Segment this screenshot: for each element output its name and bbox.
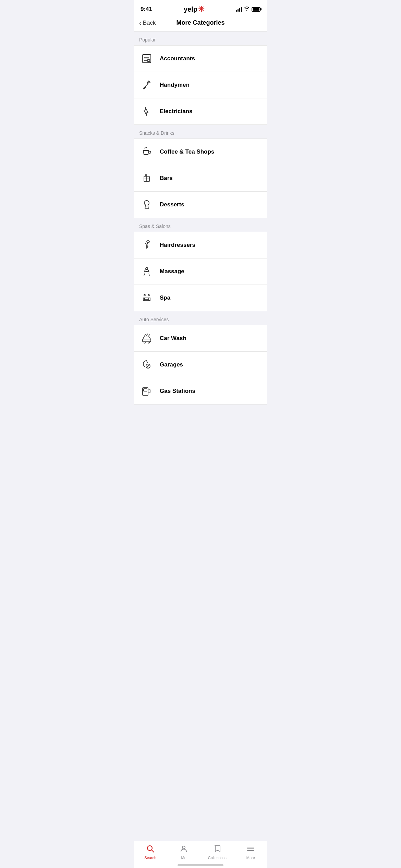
- list-item-electricians[interactable]: Electricians: [134, 98, 267, 124]
- desserts-icon: [139, 197, 154, 212]
- spas-list: Hairdressers Massage: [134, 232, 267, 311]
- svg-rect-4: [147, 60, 150, 61]
- electricians-label: Electricians: [160, 108, 192, 115]
- coffee-label: Coffee & Tea Shops: [160, 148, 214, 155]
- back-button[interactable]: ‹ Back: [139, 20, 156, 26]
- yelp-text: yelp: [184, 5, 197, 13]
- wifi-icon: [244, 7, 250, 12]
- list-item-desserts[interactable]: Desserts: [134, 192, 267, 218]
- gas-stations-icon: [139, 384, 154, 399]
- back-chevron-icon: ‹: [139, 20, 142, 26]
- massage-label: Massage: [160, 268, 184, 275]
- electricians-icon: [139, 104, 154, 119]
- status-icons: [236, 7, 260, 12]
- status-time: 9:41: [141, 6, 152, 13]
- bars-label: Bars: [160, 175, 173, 182]
- gas-stations-label: Gas Stations: [160, 388, 195, 395]
- section-header-popular: Popular: [134, 32, 267, 45]
- yelp-star-icon: ✳: [198, 5, 204, 14]
- hairdressers-label: Hairdressers: [160, 242, 195, 249]
- garages-icon: [139, 357, 154, 372]
- section-header-auto: Auto Services: [134, 311, 267, 325]
- svg-point-16: [148, 342, 149, 343]
- svg-point-12: [148, 294, 149, 296]
- svg-rect-14: [143, 339, 151, 342]
- svg-point-11: [146, 267, 148, 269]
- svg-rect-20: [144, 389, 147, 391]
- list-item-garages[interactable]: Garages: [134, 352, 267, 378]
- navigation-bar: ‹ Back More Categories: [134, 16, 267, 32]
- list-item-accountants[interactable]: Accountants: [134, 46, 267, 72]
- list-item-coffee-tea[interactable]: Coffee & Tea Shops: [134, 139, 267, 165]
- desserts-label: Desserts: [160, 201, 184, 208]
- list-item-car-wash[interactable]: Car Wash: [134, 325, 267, 352]
- snacks-list: Coffee & Tea Shops Bars Desserts: [134, 138, 267, 218]
- list-item-gas-stations[interactable]: Gas Stations: [134, 378, 267, 404]
- hairdressers-icon: [139, 238, 154, 253]
- garages-label: Garages: [160, 361, 183, 368]
- spa-label: Spa: [160, 294, 170, 301]
- car-wash-label: Car Wash: [160, 335, 186, 342]
- section-header-spas: Spas & Salons: [134, 218, 267, 232]
- bars-icon: [139, 171, 154, 186]
- list-item-handymen[interactable]: Handymen: [134, 72, 267, 98]
- battery-icon: [252, 7, 260, 12]
- list-item-hairdressers[interactable]: Hairdressers: [134, 232, 267, 258]
- back-label: Back: [143, 20, 156, 26]
- spa-icon: [139, 290, 154, 305]
- list-item-massage[interactable]: Massage: [134, 258, 267, 285]
- massage-icon: [139, 264, 154, 279]
- status-bar: 9:41 yelp ✳: [134, 0, 267, 16]
- handymen-label: Handymen: [160, 82, 190, 88]
- accountants-label: Accountants: [160, 55, 195, 62]
- svg-point-13: [144, 294, 145, 296]
- content-area: Popular Accountants: [134, 32, 267, 432]
- car-wash-icon: [139, 331, 154, 346]
- page-title: More Categories: [176, 19, 224, 26]
- handymen-icon: [139, 77, 154, 93]
- popular-list: Accountants Handymen Electricians: [134, 45, 267, 125]
- auto-list: Car Wash Garages: [134, 325, 267, 405]
- section-header-snacks: Snacks & Drinks: [134, 125, 267, 138]
- list-item-spa[interactable]: Spa: [134, 285, 267, 311]
- yelp-logo: yelp ✳: [184, 5, 204, 14]
- svg-point-15: [144, 342, 145, 343]
- accountants-icon: [139, 51, 154, 66]
- signal-icon: [236, 7, 242, 12]
- list-item-bars[interactable]: Bars: [134, 165, 267, 192]
- coffee-icon: [139, 144, 154, 159]
- svg-point-5: [144, 87, 145, 88]
